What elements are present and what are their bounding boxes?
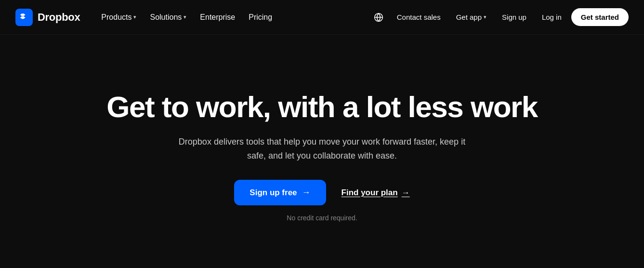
no-credit-text: No credit card required. [287,214,357,222]
signup-free-button[interactable]: Sign up free → [234,180,326,205]
login-label: Log in [542,13,562,21]
hero-title: Get to work, with a lot less work [106,91,537,123]
get-started-button[interactable]: Get started [571,8,629,26]
find-plan-label: Find your plan [342,188,398,198]
nav-item-products[interactable]: Products ▾ [95,9,142,26]
navbar-right: Contact sales Get app ▾ Sign up Log in G… [370,8,629,26]
signup-free-label: Sign up free [250,188,297,198]
navbar: Dropbox Products ▾ Solutions ▾ Enterpris… [0,0,644,35]
logo-area[interactable]: Dropbox [15,9,80,26]
nav-products-label: Products [101,13,131,22]
nav-item-enterprise[interactable]: Enterprise [194,9,241,26]
language-globe-button[interactable] [370,9,387,26]
nav-solutions-label: Solutions [150,13,182,22]
hero-section: Get to work, with a lot less work Dropbo… [0,35,644,268]
navbar-left: Dropbox Products ▾ Solutions ▾ Enterpris… [15,9,278,26]
arrow-right-icon: → [402,188,410,198]
brand-name: Dropbox [38,11,80,24]
arrow-right-icon: → [302,188,311,198]
hero-subtitle: Dropbox delivers tools that help you mov… [178,135,467,163]
chevron-down-icon: ▾ [484,14,486,20]
hero-buttons: Sign up free → Find your plan → [234,180,409,205]
signup-link[interactable]: Sign up [496,9,532,25]
find-plan-link[interactable]: Find your plan → [342,188,410,198]
nav-links: Products ▾ Solutions ▾ Enterprise Pricin… [95,9,278,26]
contact-sales-link[interactable]: Contact sales [391,9,447,25]
nav-enterprise-label: Enterprise [200,13,235,22]
get-app-label: Get app [456,13,482,21]
login-link[interactable]: Log in [536,9,567,25]
dropbox-logo-icon [15,9,33,26]
get-app-link[interactable]: Get app ▾ [450,9,492,25]
chevron-down-icon: ▾ [133,14,136,20]
nav-item-solutions[interactable]: Solutions ▾ [144,9,192,26]
contact-sales-label: Contact sales [397,13,441,21]
nav-item-pricing[interactable]: Pricing [243,9,278,26]
nav-pricing-label: Pricing [249,13,272,22]
chevron-down-icon: ▾ [184,14,186,20]
signup-label: Sign up [502,13,526,21]
